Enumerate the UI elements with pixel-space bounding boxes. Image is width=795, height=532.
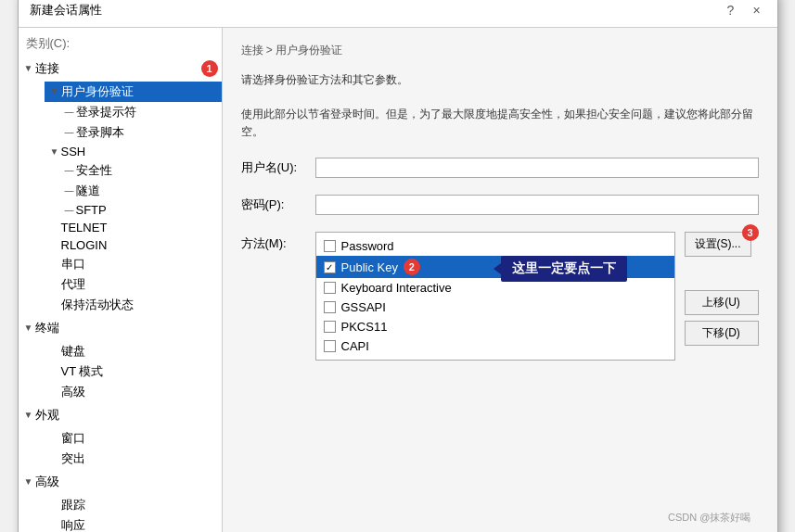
sidebar-item-keepalive[interactable]: 保持活动状态 [19, 295, 222, 315]
sidebar-item-advanced2[interactable]: ▼ 高级 [19, 469, 222, 495]
sidebar-item-rlogin[interactable]: RLOGIN [19, 236, 222, 254]
sidebar-item-label: 突出 [61, 450, 218, 467]
sidebar: 类别(C): ▼ 连接 1 ▼ 用户身份验证 — 登 [19, 28, 223, 533]
dash-icon: — [63, 107, 76, 117]
sidebar-item-connection[interactable]: ▼ 连接 1 [19, 56, 222, 82]
sidebar-item-label: 连接 [35, 60, 198, 77]
method-item-label: GSSAPI [341, 300, 386, 314]
method-item-public-key[interactable]: Public Key 2 这里一定要点一下 [316, 256, 674, 278]
method-checkbox-pkcs11[interactable] [324, 321, 336, 333]
footer: CSDN @抹茶好喝 [241, 511, 759, 525]
method-list: Password Public Key 2 这里一定要点一下 Keybo [315, 232, 675, 361]
method-list-wrapper: Password Public Key 2 这里一定要点一下 Keybo [315, 232, 675, 361]
method-checkbox-keyboard-interactive[interactable] [324, 282, 336, 294]
method-item-capi[interactable]: CAPI [316, 336, 674, 356]
sidebar-item-login-script[interactable]: — 登录脚本 [19, 122, 222, 143]
close-button[interactable]: × [748, 1, 766, 19]
sidebar-item-label: 安全性 [76, 162, 218, 179]
dialog-title: 新建会话属性 [30, 2, 102, 19]
sidebar-item-label: TELNET [61, 221, 218, 234]
sidebar-item-label: 串口 [61, 256, 218, 272]
sidebar-item-label: SFTP [76, 203, 218, 217]
sidebar-item-user-auth[interactable]: ▼ 用户身份验证 [19, 82, 222, 102]
sidebar-item-label: 代理 [61, 276, 218, 293]
password-input[interactable] [315, 195, 759, 215]
password-row: 密码(P): [241, 195, 759, 215]
method-checkbox-password[interactable] [324, 240, 336, 252]
sidebar-item-window[interactable]: 窗口 [19, 428, 222, 449]
username-row: 用户名(U): [241, 158, 759, 178]
sidebar-item-label: 隧道 [76, 183, 218, 199]
move-buttons: 上移(U) 下移(D) [685, 290, 759, 346]
desc1: 请选择身份验证方法和其它参数。 [241, 71, 759, 89]
sidebar-item-label: 用户身份验证 [61, 83, 218, 100]
dash-icon: — [63, 185, 76, 196]
sidebar-item-tracking[interactable]: 跟踪 [19, 495, 222, 515]
dialog-body: 类别(C): ▼ 连接 1 ▼ 用户身份验证 — 登 [19, 28, 777, 533]
setup-button[interactable]: 设置(S)... [685, 232, 751, 257]
method-item-label: Public Key [341, 260, 398, 274]
dialog: 新建会话属性 ? × 类别(C): ▼ 连接 1 ▼ 用户身份验证 [18, 0, 778, 532]
breadcrumb: 连接 > 用户身份验证 [241, 43, 759, 58]
title-bar: 新建会话属性 ? × [19, 0, 777, 28]
main-content: 连接 > 用户身份验证 请选择身份验证方法和其它参数。 使用此部分以节省登录时间… [223, 28, 777, 533]
sidebar-item-advanced-terminal[interactable]: 高级 [19, 382, 222, 402]
connection-badge: 1 [201, 60, 218, 77]
method-item-pkcs11[interactable]: PKCS11 [316, 317, 674, 336]
title-actions: ? × [722, 1, 766, 19]
dash-icon: — [63, 205, 76, 215]
category-label: 类别(C): [19, 32, 222, 56]
sidebar-item-label: 高级 [61, 384, 218, 400]
sidebar-item-terminal[interactable]: ▼ 终端 [19, 315, 222, 341]
expand-icon: ▼ [48, 86, 61, 96]
sidebar-item-login-prompt[interactable]: — 登录提示符 [19, 102, 222, 122]
public-key-badge: 2 [404, 259, 420, 275]
help-button[interactable]: ? [722, 1, 740, 19]
sidebar-item-telnet[interactable]: TELNET [19, 219, 222, 236]
method-item-label: Password [341, 239, 394, 253]
method-checkbox-gssapi[interactable] [324, 301, 336, 313]
method-item-label: PKCS11 [341, 320, 388, 334]
method-checkbox-public-key[interactable] [324, 261, 336, 273]
method-item-label: CAPI [341, 339, 369, 353]
sidebar-item-label: 响应 [61, 517, 218, 533]
setup-badge: 3 [742, 224, 759, 241]
expand-icon: ▼ [22, 476, 35, 487]
tooltip-bubble: 这里一定要点一下 [501, 256, 627, 282]
expand-icon: ▼ [22, 63, 35, 73]
sidebar-item-label: 窗口 [61, 430, 218, 447]
sidebar-item-ssh[interactable]: ▼ SSH [19, 143, 222, 160]
method-label: 方法(M): [241, 232, 315, 252]
sidebar-item-security[interactable]: — 安全性 [19, 160, 222, 181]
sidebar-item-response[interactable]: 响应 [19, 515, 222, 533]
sidebar-item-sftp[interactable]: — SFTP [19, 201, 222, 219]
sidebar-item-label: VT 模式 [61, 363, 218, 380]
sidebar-item-vt-mode[interactable]: VT 模式 [19, 361, 222, 382]
sidebar-item-label: 登录脚本 [76, 124, 218, 141]
sidebar-item-highlight[interactable]: 突出 [19, 449, 222, 469]
method-checkbox-capi[interactable] [324, 340, 336, 352]
sidebar-item-keyboard[interactable]: 键盘 [19, 341, 222, 361]
desc2: 使用此部分以节省登录时间。但是，为了最大限度地提高安全性，如果担心安全问题，建议… [241, 106, 759, 141]
sidebar-item-label: 跟踪 [61, 497, 218, 513]
method-item-gssapi[interactable]: GSSAPI [316, 298, 674, 317]
method-item-password[interactable]: Password [316, 236, 674, 256]
sidebar-item-label: 保持活动状态 [61, 297, 218, 313]
sidebar-item-serial[interactable]: 串口 [19, 254, 222, 274]
sidebar-item-label: 登录提示符 [76, 104, 218, 120]
expand-icon: ▼ [48, 146, 61, 157]
sidebar-item-label: 外观 [35, 407, 218, 424]
sidebar-item-tunnel[interactable]: — 隧道 [19, 181, 222, 201]
side-buttons: 设置(S)... 3 上移(U) 下移(D) [685, 232, 759, 346]
sidebar-item-label: RLOGIN [61, 238, 218, 252]
move-up-button[interactable]: 上移(U) [685, 290, 759, 315]
sidebar-item-label: SSH [61, 145, 218, 158]
username-input[interactable] [315, 158, 759, 178]
sidebar-item-proxy[interactable]: 代理 [19, 274, 222, 295]
method-item-label: Keyboard Interactive [341, 281, 452, 295]
move-down-button[interactable]: 下移(D) [685, 321, 759, 346]
sidebar-item-label: 终端 [35, 320, 218, 336]
sidebar-item-appearance[interactable]: ▼ 外观 [19, 402, 222, 428]
username-label: 用户名(U): [241, 159, 315, 176]
dash-icon: — [63, 165, 76, 175]
